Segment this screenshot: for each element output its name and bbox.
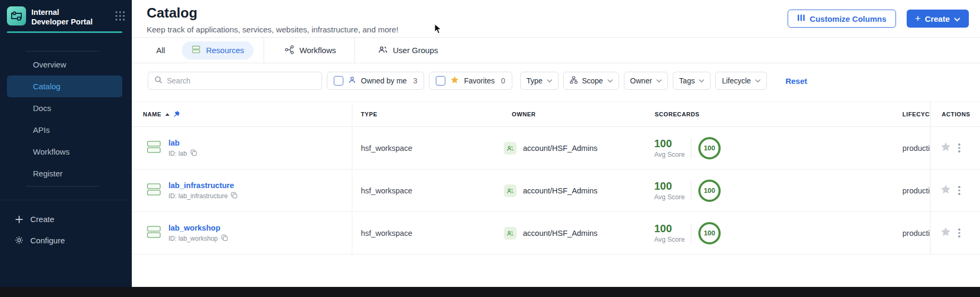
reset-filters-button[interactable]: Reset: [785, 77, 807, 86]
create-button-label: Create: [925, 14, 950, 23]
lifecycle-filter-dropdown[interactable]: Lifecycle: [715, 72, 766, 90]
owner-filter-dropdown[interactable]: Owner: [624, 72, 668, 90]
sidebar-item-docs[interactable]: Docs: [0, 97, 132, 119]
copy-icon[interactable]: [190, 149, 197, 158]
tab-user-groups[interactable]: User Groups: [378, 45, 438, 56]
app-window: Internal Developer Portal Overview Catal…: [0, 0, 980, 297]
sidebar-item-catalog[interactable]: Catalog: [7, 75, 122, 97]
workspace-entity-icon: [147, 140, 161, 156]
tab-user-groups-label: User Groups: [393, 46, 438, 55]
sidebar-item-apis[interactable]: APIs: [0, 119, 132, 141]
column-header-owner[interactable]: OWNER: [504, 102, 652, 126]
table-row[interactable]: lab_workshop ID: lab_workshop hsf_worksp…: [132, 212, 980, 254]
owner-name[interactable]: account/HSF_Admins: [523, 186, 597, 195]
tab-all[interactable]: All: [156, 46, 165, 55]
sidebar-footer: Create Configure: [0, 209, 132, 251]
avg-score-value: 100: [654, 223, 691, 235]
avg-score-label: Avg Score: [654, 193, 691, 201]
person-icon: [348, 76, 356, 86]
owned-by-me-label: Owned by me: [361, 77, 407, 85]
lifecycle-cell: production: [902, 212, 930, 254]
owner-group-icon: [504, 184, 517, 197]
title-block: Catalog Keep track of applications, serv…: [147, 4, 399, 34]
main-content: Catalog Keep track of applications, serv…: [132, 0, 980, 297]
search-input[interactable]: [167, 77, 310, 85]
column-header-type[interactable]: TYPE: [352, 102, 504, 126]
entity-name-link[interactable]: lab_infrastructure: [168, 181, 238, 190]
entity-id: ID: lab_workshop: [168, 235, 218, 242]
sidebar-divider: [26, 186, 99, 186]
table-row[interactable]: lab_infrastructure ID: lab_infrastructur…: [132, 169, 980, 212]
column-header-lifecycle[interactable]: LIFECYCLE: [902, 102, 930, 126]
actions-cell: [930, 212, 980, 254]
row-menu-icon[interactable]: [958, 186, 960, 195]
sidebar-nav: Overview Catalog Docs APIs Workflows Reg…: [0, 54, 132, 184]
catalog-tabs: All Resources Workflows: [132, 38, 980, 63]
column-header-scorecards[interactable]: SCORECARDS: [652, 102, 902, 126]
owner-cell: account/HSF_Admins: [504, 127, 652, 169]
scope-filter-dropdown[interactable]: Scope: [563, 72, 619, 90]
tab-resources[interactable]: Resources: [182, 41, 254, 60]
sidebar-configure-label: Configure: [30, 236, 65, 245]
avg-score-value: 100: [654, 180, 691, 192]
table-header-row: NAME TYPE OWNER SCORECARDS LIFECYCLE ACT…: [132, 102, 980, 127]
favorites-checkbox[interactable]: [436, 76, 445, 86]
pin-icon[interactable]: [173, 111, 180, 118]
row-menu-icon[interactable]: [958, 143, 960, 152]
tab-workflows[interactable]: Workflows: [284, 45, 336, 56]
row-menu-icon[interactable]: [958, 228, 960, 237]
score-divider: [691, 223, 691, 243]
app-switcher-grid-icon[interactable]: [115, 11, 125, 23]
copy-icon[interactable]: [221, 234, 228, 243]
sidebar-configure-button[interactable]: Configure: [0, 230, 132, 251]
actions-cell: [930, 169, 980, 211]
column-header-name[interactable]: NAME: [132, 102, 352, 126]
user-groups-icon: [378, 45, 388, 56]
type-filter-label: Type: [527, 77, 543, 85]
entity-name-link[interactable]: lab: [168, 139, 197, 147]
owner-cell: account/HSF_Admins: [504, 212, 652, 254]
table-row[interactable]: lab ID: lab hsf_workspace: [132, 127, 980, 169]
favorites-count: 0: [501, 77, 505, 85]
create-button[interactable]: + Create: [907, 10, 969, 28]
copy-icon[interactable]: [231, 192, 238, 200]
type-filter-dropdown[interactable]: Type: [520, 72, 559, 90]
tab-divider: [354, 38, 355, 63]
entity-id: ID: lab_infrastructure: [168, 192, 227, 200]
workspace-entity-icon: [147, 183, 161, 198]
scope-icon: [570, 76, 578, 86]
score-divider: [691, 138, 691, 158]
owned-by-me-checkbox[interactable]: [334, 76, 343, 86]
tags-filter-dropdown[interactable]: Tags: [673, 72, 711, 90]
tab-resources-label: Resources: [206, 46, 244, 55]
search-box[interactable]: [148, 72, 322, 90]
favorite-star-icon[interactable]: [940, 141, 951, 155]
scorecard-ring[interactable]: 100: [698, 180, 721, 202]
favorites-filter[interactable]: Favorites 0: [429, 72, 512, 90]
sidebar-create-button[interactable]: Create: [0, 209, 132, 230]
favorite-star-icon[interactable]: [940, 184, 951, 197]
page-subtitle: Keep track of applications, services, we…: [147, 25, 399, 34]
brand-accent-divider: [7, 31, 122, 33]
scorecard-ring[interactable]: 100: [698, 222, 721, 244]
entity-name-link[interactable]: lab_workshop: [168, 224, 228, 232]
brand-title: Internal Developer Portal: [31, 6, 96, 27]
catalog-table: NAME TYPE OWNER SCORECARDS LIFECYCLE ACT…: [132, 101, 980, 254]
actions-cell: [930, 127, 980, 169]
brand: Internal Developer Portal: [0, 0, 132, 27]
sort-ascending-icon[interactable]: [165, 113, 170, 116]
customize-columns-button[interactable]: Customize Columns: [788, 10, 896, 28]
sidebar-divider: [26, 51, 99, 52]
favorite-star-icon[interactable]: [940, 226, 951, 240]
sidebar-item-overview[interactable]: Overview: [0, 54, 132, 75]
sidebar-item-workflows[interactable]: Workflows: [0, 141, 132, 163]
owner-name[interactable]: account/HSF_Admins: [523, 229, 597, 237]
chevron-down-icon: [755, 79, 761, 83]
type-cell: hsf_workspace: [352, 169, 504, 211]
plus-icon: [14, 215, 24, 224]
owned-by-me-filter[interactable]: Owned by me 3: [327, 72, 424, 90]
sidebar-item-register[interactable]: Register: [0, 163, 132, 184]
column-header-actions: ACTIONS: [930, 102, 980, 126]
scorecard-ring[interactable]: 100: [698, 137, 721, 159]
owner-name[interactable]: account/HSF_Admins: [523, 144, 597, 152]
